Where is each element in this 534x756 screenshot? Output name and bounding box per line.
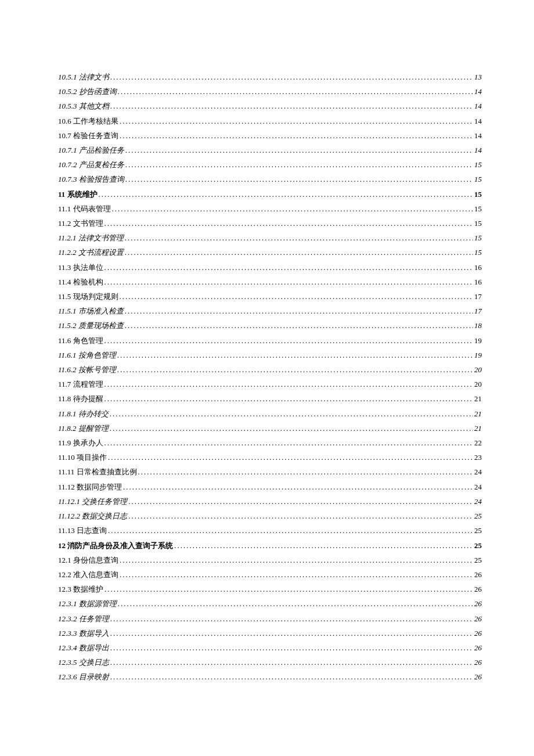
- toc-entry[interactable]: 11.1 代码表管理15: [58, 201, 482, 216]
- toc-entry[interactable]: 12.3.2 任务管理26: [58, 611, 482, 626]
- toc-entry-label: 10.5.1 法律文书: [58, 70, 109, 84]
- toc-page-number: 26: [474, 640, 482, 655]
- toc-entry[interactable]: 11.9 换承办人22: [58, 435, 482, 450]
- toc-entry-label: 11.4 检验机构: [58, 275, 103, 289]
- toc-page-number: 19: [474, 348, 482, 362]
- toc-entry-label: 11.6.2 按帐号管理: [58, 362, 116, 377]
- toc-entry-label: 11.5.2 质量现场检查: [58, 318, 124, 333]
- toc-entry[interactable]: 11.5.2 质量现场检查18: [58, 318, 482, 333]
- toc-entry-label: 12.2 准入信息查询: [58, 567, 118, 582]
- toc-entry-label: 12 消防产品身份及准入查询子系统: [58, 538, 173, 553]
- toc-entry[interactable]: 11.12.2 数据交换日志25: [58, 509, 482, 523]
- toc-entry[interactable]: 11.8.1 待办转交21: [58, 406, 482, 421]
- toc-entry[interactable]: 10.7.3 检验报告查询15: [58, 172, 482, 186]
- toc-entry-label: 11.3 执法单位: [58, 260, 103, 275]
- toc-entry[interactable]: 12.1 身份信息查询25: [58, 553, 482, 567]
- toc-dot-leader: [118, 84, 473, 99]
- toc-entry[interactable]: 12.3.1 数据源管理26: [58, 596, 482, 611]
- toc-entry[interactable]: 10.6 工作考核结果14: [58, 114, 482, 128]
- toc-entry-label: 11.8 待办提醒: [58, 391, 103, 406]
- table-of-contents: 10.5.1 法律文书1310.5.2 抄告函查询1410.5.3 其他文档14…: [58, 70, 482, 685]
- toc-entry-label: 11.12.2 数据交换日志: [58, 509, 127, 523]
- toc-entry-label: 11.13 日志查询: [58, 523, 107, 538]
- toc-entry[interactable]: 11.5.1 市场准入检查17: [58, 304, 482, 318]
- toc-dot-leader: [104, 216, 473, 231]
- toc-page-number: 14: [474, 84, 482, 99]
- toc-page-number: 26: [474, 596, 482, 611]
- toc-entry[interactable]: 11.10 项目操作23: [58, 450, 482, 465]
- toc-entry[interactable]: 10.5.1 法律文书13: [58, 70, 482, 84]
- toc-entry-label: 11.6.1 按角色管理: [58, 348, 116, 362]
- toc-entry[interactable]: 12 消防产品身份及准入查询子系统25: [58, 538, 482, 553]
- toc-page-number: 26: [474, 567, 482, 582]
- toc-entry[interactable]: 11.5 现场判定规则17: [58, 289, 482, 304]
- toc-page-number: 15: [474, 216, 482, 231]
- toc-entry-label: 12.3.1 数据源管理: [58, 596, 117, 611]
- toc-entry-label: 10.5.2 抄告函查询: [58, 84, 117, 99]
- toc-entry-label: 12.1 身份信息查询: [58, 553, 118, 567]
- toc-entry[interactable]: 12.2 准入信息查询26: [58, 567, 482, 582]
- toc-page-number: 14: [474, 114, 482, 128]
- toc-page-number: 21: [474, 421, 482, 435]
- toc-entry-label: 12.3.4 数据导出: [58, 640, 109, 655]
- toc-entry[interactable]: 10.7.1 产品检验任务14: [58, 143, 482, 157]
- toc-page-number: 26: [474, 611, 482, 626]
- toc-entry[interactable]: 11.12.1 交换任务管理24: [58, 494, 482, 509]
- toc-dot-leader: [138, 465, 473, 479]
- toc-dot-leader: [120, 567, 473, 582]
- toc-entry[interactable]: 12.3 数据维护26: [58, 582, 482, 596]
- toc-dot-leader: [110, 640, 473, 655]
- toc-page-number: 26: [474, 582, 482, 596]
- toc-dot-leader: [125, 318, 473, 333]
- toc-page-number: 15: [474, 231, 482, 245]
- toc-entry[interactable]: 11.13 日志查询25: [58, 523, 482, 538]
- toc-dot-leader: [104, 333, 473, 348]
- toc-dot-leader: [104, 260, 473, 275]
- toc-dot-leader: [125, 172, 473, 186]
- toc-entry[interactable]: 12.3.3 数据导入26: [58, 626, 482, 640]
- toc-page-number: 24: [474, 494, 482, 509]
- toc-dot-leader: [120, 114, 473, 128]
- toc-page-number: 15: [474, 157, 482, 172]
- toc-page-number: 21: [474, 406, 482, 421]
- toc-dot-leader: [128, 494, 473, 509]
- toc-entry[interactable]: 11.8.2 提醒管理21: [58, 421, 482, 435]
- toc-entry-label: 12.3.3 数据导入: [58, 626, 109, 640]
- toc-dot-leader: [125, 304, 473, 318]
- toc-entry[interactable]: 10.7 检验任务查询14: [58, 128, 482, 143]
- toc-page-number: 26: [474, 626, 482, 640]
- toc-entry[interactable]: 10.7.2 产品复检任务15: [58, 157, 482, 172]
- toc-entry[interactable]: 11.3 执法单位16: [58, 260, 482, 275]
- toc-entry[interactable]: 11.12 数据同步管理24: [58, 480, 482, 494]
- toc-dot-leader: [110, 99, 473, 113]
- toc-dot-leader: [104, 275, 473, 289]
- toc-entry[interactable]: 10.5.3 其他文档14: [58, 99, 482, 113]
- toc-entry[interactable]: 12.3.5 交换日志26: [58, 655, 482, 669]
- toc-entry[interactable]: 11.2.1 法律文书管理15: [58, 231, 482, 245]
- toc-entry[interactable]: 11.6.2 按帐号管理20: [58, 362, 482, 377]
- toc-entry[interactable]: 12.3.4 数据导出26: [58, 640, 482, 655]
- toc-entry[interactable]: 12.3.6 目录映射26: [58, 669, 482, 684]
- toc-entry[interactable]: 11.6 角色管理19: [58, 333, 482, 348]
- toc-page-number: 15: [474, 245, 482, 260]
- toc-entry[interactable]: 11.2 文书管理15: [58, 216, 482, 231]
- toc-entry[interactable]: 11.2.2 文书流程设置15: [58, 245, 482, 260]
- toc-entry[interactable]: 11.4 检验机构16: [58, 275, 482, 289]
- toc-page-number: 15: [474, 172, 482, 186]
- toc-page-number: 25: [474, 538, 482, 553]
- toc-dot-leader: [99, 187, 473, 201]
- toc-page-number: 18: [474, 318, 482, 333]
- toc-entry[interactable]: 11.7 流程管理20: [58, 377, 482, 391]
- toc-dot-leader: [110, 669, 473, 684]
- toc-entry[interactable]: 11.8 待办提醒21: [58, 391, 482, 406]
- toc-entry-label: 11.2 文书管理: [58, 216, 103, 231]
- toc-entry[interactable]: 11.11 日常检查抽查比例24: [58, 465, 482, 479]
- toc-entry[interactable]: 11.6.1 按角色管理19: [58, 348, 482, 362]
- toc-entry-label: 12.3 数据维护: [58, 582, 103, 596]
- toc-entry-label: 10.7 检验任务查询: [58, 128, 118, 143]
- toc-entry[interactable]: 10.5.2 抄告函查询14: [58, 84, 482, 99]
- toc-page-number: 22: [474, 435, 482, 450]
- toc-entry[interactable]: 11 系统维护15: [58, 187, 482, 201]
- toc-page-number: 26: [474, 669, 482, 684]
- toc-entry-label: 10.5.3 其他文档: [58, 99, 109, 113]
